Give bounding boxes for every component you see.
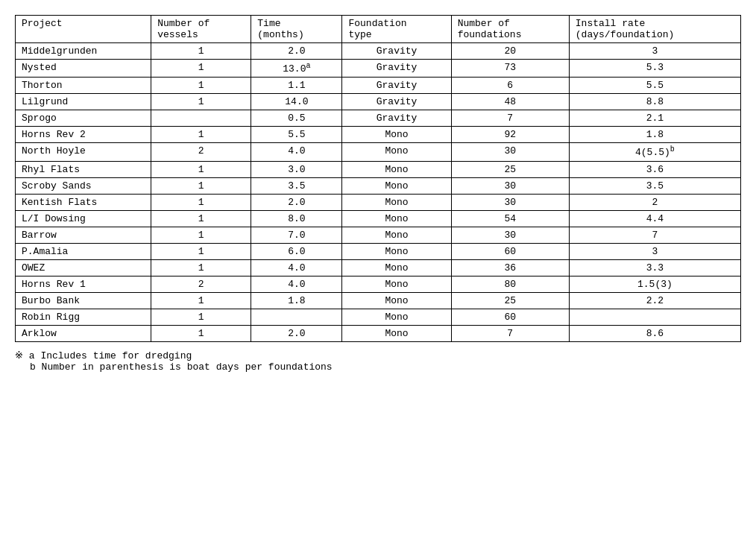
cell-vessels: 1 <box>151 227 251 243</box>
cell-time: 7.0 <box>251 227 342 243</box>
cell-project: Arklow <box>16 325 151 341</box>
cell-project: Rhyl Flats <box>16 161 151 177</box>
table-row: Lilgrund114.0Gravity488.8 <box>16 94 741 110</box>
cell-install-rate: 5.5 <box>569 78 740 94</box>
cell-num-foundations: 60 <box>451 243 569 259</box>
cell-foundation-type: Mono <box>342 325 451 341</box>
cell-project: Middelgrunden <box>16 43 151 60</box>
cell-time: 0.5 <box>251 110 342 127</box>
cell-time: 14.0 <box>251 94 342 110</box>
cell-num-foundations: 30 <box>451 177 569 194</box>
cell-num-foundations: 6 <box>451 78 569 94</box>
header-install-rate: Install rate (days/foundation) <box>569 16 740 43</box>
cell-time: 1.8 <box>251 292 342 309</box>
cell-vessels: 1 <box>151 292 251 309</box>
cell-install-rate: 3 <box>569 43 740 60</box>
cell-install-rate: 3.6 <box>569 161 740 177</box>
cell-install-rate: 3.3 <box>569 259 740 276</box>
cell-vessels: 1 <box>151 325 251 341</box>
table-container: Project Number of vessels Time (months) … <box>15 15 741 373</box>
cell-install-rate: 4(5.5)b <box>569 143 740 161</box>
cell-install-rate <box>569 309 740 325</box>
table-row: Barrow17.0Mono307 <box>16 227 741 243</box>
cell-foundation-type: Mono <box>342 292 451 309</box>
cell-install-rate: 1.5(3) <box>569 276 740 292</box>
cell-install-rate: 7 <box>569 227 740 243</box>
cell-num-foundations: 73 <box>451 60 569 78</box>
note-symbol-a: ※ a Includes time for dredging <box>15 350 741 361</box>
notes-section: ※ a Includes time for dredging b Number … <box>15 350 741 373</box>
cell-time: 2.0 <box>251 194 342 210</box>
cell-vessels: 1 <box>151 259 251 276</box>
cell-foundation-type: Gravity <box>342 94 451 110</box>
table-row: Nysted113.0aGravity735.3 <box>16 60 741 78</box>
cell-time: 4.0 <box>251 259 342 276</box>
cell-time: 2.0 <box>251 43 342 60</box>
cell-project: L/I Dowsing <box>16 210 151 227</box>
header-project: Project <box>16 16 151 43</box>
header-vessels: Number of vessels <box>151 16 251 43</box>
cell-vessels: 1 <box>151 243 251 259</box>
cell-time: 4.0 <box>251 276 342 292</box>
cell-foundation-type: Mono <box>342 309 451 325</box>
table-row: Rhyl Flats13.0Mono253.6 <box>16 161 741 177</box>
cell-install-rate: 3.5 <box>569 177 740 194</box>
cell-install-rate: 8.8 <box>569 94 740 110</box>
table-row: L/I Dowsing18.0Mono544.4 <box>16 210 741 227</box>
cell-project: Horns Rev 2 <box>16 127 151 143</box>
cell-num-foundations: 7 <box>451 110 569 127</box>
note-b: b Number in parenthesis is boat days per… <box>30 361 741 373</box>
cell-vessels: 1 <box>151 78 251 94</box>
cell-project: Horns Rev 1 <box>16 276 151 292</box>
header-time: Time (months) <box>251 16 342 43</box>
cell-vessels: 1 <box>151 210 251 227</box>
cell-vessels: 1 <box>151 60 251 78</box>
cell-num-foundations: 80 <box>451 276 569 292</box>
cell-install-rate: 4.4 <box>569 210 740 227</box>
cell-foundation-type: Gravity <box>342 60 451 78</box>
cell-vessels: 1 <box>151 161 251 177</box>
cell-install-rate: 2.1 <box>569 110 740 127</box>
header-num-foundations: Number of foundations <box>451 16 569 43</box>
cell-time: 5.5 <box>251 127 342 143</box>
table-row: Sprogo0.5Gravity72.1 <box>16 110 741 127</box>
cell-num-foundations: 48 <box>451 94 569 110</box>
cell-project: Burbo Bank <box>16 292 151 309</box>
cell-time: 1.1 <box>251 78 342 94</box>
cell-project: P.Amalia <box>16 243 151 259</box>
cell-num-foundations: 20 <box>451 43 569 60</box>
cell-time: 13.0a <box>251 60 342 78</box>
cell-project: Thorton <box>16 78 151 94</box>
cell-num-foundations: 30 <box>451 143 569 161</box>
cell-num-foundations: 54 <box>451 210 569 227</box>
cell-time <box>251 309 342 325</box>
cell-num-foundations: 30 <box>451 194 569 210</box>
table-row: Burbo Bank11.8Mono252.2 <box>16 292 741 309</box>
cell-install-rate: 3 <box>569 243 740 259</box>
header-row: Project Number of vessels Time (months) … <box>16 16 741 43</box>
cell-time: 8.0 <box>251 210 342 227</box>
cell-project: Sprogo <box>16 110 151 127</box>
table-row: Middelgrunden12.0Gravity203 <box>16 43 741 60</box>
cell-project: Robin Rigg <box>16 309 151 325</box>
cell-install-rate: 2.2 <box>569 292 740 309</box>
cell-vessels: 1 <box>151 309 251 325</box>
cell-num-foundations: 25 <box>451 292 569 309</box>
cell-foundation-type: Mono <box>342 177 451 194</box>
cell-vessels: 1 <box>151 43 251 60</box>
cell-foundation-type: Mono <box>342 243 451 259</box>
cell-install-rate: 1.8 <box>569 127 740 143</box>
cell-project: Scroby Sands <box>16 177 151 194</box>
cell-vessels: 1 <box>151 127 251 143</box>
table-row: OWEZ14.0Mono363.3 <box>16 259 741 276</box>
cell-install-rate: 8.6 <box>569 325 740 341</box>
cell-num-foundations: 60 <box>451 309 569 325</box>
cell-foundation-type: Mono <box>342 194 451 210</box>
cell-time: 3.0 <box>251 161 342 177</box>
cell-foundation-type: Gravity <box>342 43 451 60</box>
cell-foundation-type: Mono <box>342 161 451 177</box>
cell-install-rate: 5.3 <box>569 60 740 78</box>
cell-foundation-type: Mono <box>342 227 451 243</box>
table-row: Thorton11.1Gravity65.5 <box>16 78 741 94</box>
cell-install-rate: 2 <box>569 194 740 210</box>
